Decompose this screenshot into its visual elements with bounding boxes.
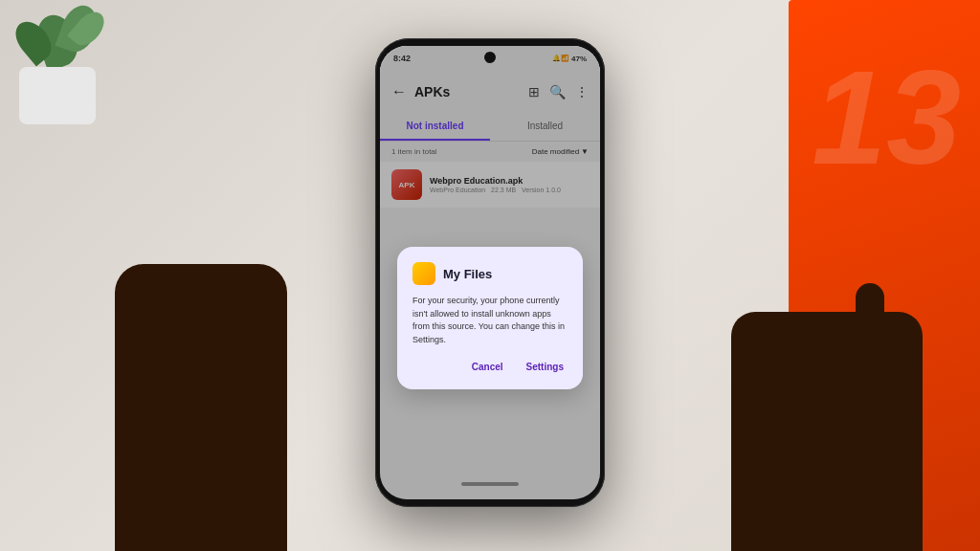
right-hand bbox=[731, 312, 923, 551]
left-hand bbox=[115, 264, 287, 551]
camera-cutout bbox=[484, 52, 496, 63]
dialog-actions: Cancel Settings bbox=[412, 360, 568, 374]
dialog-header: My Files bbox=[412, 262, 568, 285]
box-number: 13 bbox=[812, 57, 961, 178]
dialog-title: My Files bbox=[443, 267, 492, 281]
plant-decoration bbox=[0, 0, 153, 134]
settings-button[interactable]: Settings bbox=[523, 360, 568, 374]
cancel-button[interactable]: Cancel bbox=[468, 360, 507, 374]
my-files-app-icon bbox=[412, 262, 435, 285]
phone: 8:42 🔔📶 47% ← APKs ⊞ 🔍 ⋮ Not ins bbox=[375, 38, 605, 507]
dialog-message: For your security, your phone currently … bbox=[412, 295, 568, 346]
pointing-finger bbox=[856, 283, 884, 341]
phone-screen: 8:42 🔔📶 47% ← APKs ⊞ 🔍 ⋮ Not ins bbox=[380, 46, 600, 499]
security-dialog: My Files For your security, your phone c… bbox=[397, 247, 583, 389]
scene: 13 8:42 🔔📶 47% ← APKs ⊞ 🔍 bbox=[0, 0, 980, 551]
